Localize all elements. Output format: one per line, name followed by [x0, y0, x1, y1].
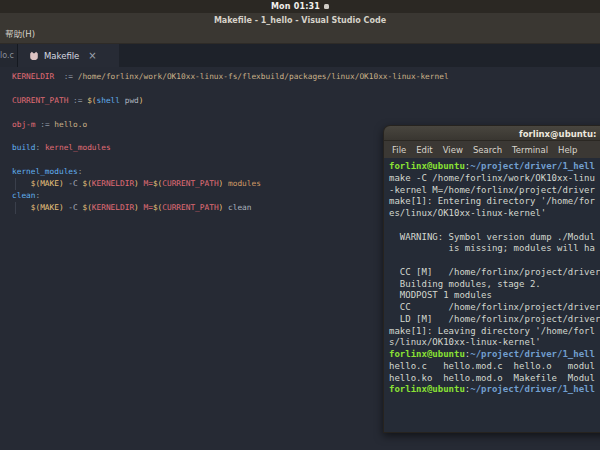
terminal-line: CC /home/forlinx/project/driver	[389, 302, 600, 314]
code-line	[12, 83, 449, 95]
terminal-window: forlinx@ubuntu: File Edit View Search Te…	[383, 125, 600, 433]
terminal-line: make[1]: Leaving directory '/home/forl	[389, 326, 600, 338]
terminal-line: LD [M] /home/forlinx/project/driver	[389, 314, 600, 326]
terminal-menu-file[interactable]: File	[392, 145, 406, 155]
terminal-menu-search[interactable]: Search	[473, 145, 502, 155]
makefile-file-icon	[29, 51, 39, 61]
tab-hello-c-partial[interactable]: lo.c	[0, 44, 18, 67]
terminal-line: WARNING: Symbol version dump ./Modul	[389, 232, 600, 244]
terminal-line: CC [M] /home/forlinx/project/driver	[389, 267, 600, 279]
terminal-line: is missing; modules will ha	[389, 243, 600, 255]
terminal-line	[389, 255, 600, 267]
code-line	[12, 107, 449, 119]
vscode-menu-bar: 帮助(H)	[0, 27, 600, 44]
terminal-line: -kernel M=/home/forlinx/project/driver	[389, 185, 600, 197]
terminal-menu-terminal[interactable]: Terminal	[512, 145, 548, 155]
terminal-output[interactable]: forlinx@ubuntu:~/project/driver/1_hellma…	[383, 158, 600, 433]
terminal-line: forlinx@ubuntu:~/project/driver/1_hell	[389, 384, 600, 396]
terminal-line: hello.ko hello.mod.o Makefile Modul	[389, 373, 600, 385]
terminal-line	[389, 220, 600, 232]
panel-indicator-icon[interactable]	[324, 4, 329, 9]
terminal-menu-view[interactable]: View	[443, 145, 463, 155]
tab-close-icon[interactable]: ×	[88, 51, 96, 61]
tab-makefile[interactable]: Makefile ×	[18, 44, 119, 67]
terminal-menu-edit[interactable]: Edit	[416, 145, 432, 155]
vscode-tab-bar: lo.c Makefile ×	[0, 44, 600, 67]
terminal-line: Building modules, stage 2.	[389, 279, 600, 291]
panel-clock[interactable]: Mon 01:31	[271, 2, 320, 11]
terminal-line: s/linux/OK10xx-linux-kernel'	[389, 337, 600, 349]
tab-hello-c-label: lo.c	[0, 51, 14, 60]
terminal-title-bar[interactable]: forlinx@ubuntu:	[383, 125, 600, 141]
code-line: KERNELDIR := /home/forlinx/work/OK10xx-l…	[12, 71, 449, 83]
terminal-line: make -C /home/forlinx/work/OK10xx-linu	[389, 173, 600, 185]
vscode-title-bar: Makefile - 1_hello - Visual Studio Code	[0, 13, 600, 27]
terminal-menu-help[interactable]: Help	[558, 145, 577, 155]
terminal-window-title: forlinx@ubuntu:	[519, 129, 596, 139]
terminal-line: forlinx@ubuntu:~/project/driver/1_hell	[389, 349, 600, 361]
tab-makefile-label: Makefile	[44, 51, 79, 61]
terminal-line: es/linux/OK10xx-linux-kernel'	[389, 208, 600, 220]
menu-item-help[interactable]: 帮助(H)	[0, 29, 40, 41]
vscode-window-title: Makefile - 1_hello - Visual Studio Code	[214, 16, 386, 25]
terminal-menu-bar: File Edit View Search Terminal Help	[383, 141, 600, 158]
terminal-line: forlinx@ubuntu:~/project/driver/1_hell	[389, 161, 600, 173]
desktop: { "panel": { "clock": "Mon 01:31" }, "vs…	[0, 0, 600, 450]
code-line: CURRENT_PATH := $(shell pwd)	[12, 95, 449, 107]
terminal-line: MODPOST 1 modules	[389, 290, 600, 302]
terminal-line: hello.c hello.mod.c hello.o modul	[389, 361, 600, 373]
ubuntu-top-panel: Mon 01:31	[0, 0, 600, 13]
terminal-line: make[1]: Entering directory '/home/for	[389, 196, 600, 208]
